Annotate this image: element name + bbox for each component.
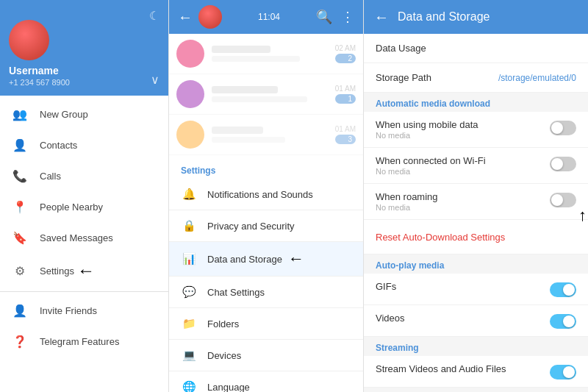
settings-section-title: Settings <box>169 160 363 179</box>
folder-icon: 📁 <box>181 316 197 332</box>
data-storage-content: Data Usage Storage Path /storage/emulate… <box>364 34 588 392</box>
header-time: 11:04 <box>222 12 316 22</box>
sidebar-item-new-group[interactable]: 👥 New Group <box>0 99 168 129</box>
toggle-knob <box>551 194 563 206</box>
menu-item-label: Privacy and Security <box>207 221 295 232</box>
bookmark-icon: 🔖 <box>12 229 28 246</box>
menu-item-notifications[interactable]: 🔔 Notifications and Sounds <box>169 179 363 210</box>
chat-meta: 02 AM 2 <box>335 44 356 63</box>
reset-label[interactable]: Reset Auto-Download Settings <box>376 232 505 243</box>
mobile-data-toggle[interactable] <box>550 121 576 135</box>
avatar <box>176 121 204 149</box>
gifs-toggle[interactable] <box>550 282 576 297</box>
back-icon[interactable]: ← <box>178 9 193 26</box>
sidebar-item-label: Settings <box>40 266 74 277</box>
data-storage-title: Data and Storage <box>398 10 490 24</box>
sidebar-item-label: Invite Friends <box>40 305 97 316</box>
toggle-knob <box>563 366 575 378</box>
chats-header-left: ← <box>178 5 222 29</box>
avatar <box>176 40 204 68</box>
menu-item-label: Language <box>207 382 250 393</box>
sidebar-item-calls[interactable]: 📞 Calls <box>0 160 168 191</box>
sidebar-item-label: Contacts <box>40 140 77 151</box>
avatar <box>9 20 49 60</box>
sidebar-item-contacts[interactable]: 👤 Contacts <box>0 129 168 160</box>
sidebar-nav: 👥 New Group 👤 Contacts 📞 Calls 📍 People … <box>0 96 168 392</box>
menu-item-label: Folders <box>207 318 239 329</box>
calls-icon: 📞 <box>12 168 28 184</box>
group-icon: 👥 <box>12 106 28 122</box>
videos-toggle[interactable] <box>550 314 576 329</box>
menu-item-devices[interactable]: 💻 Devices <box>169 340 363 371</box>
videos-content: Videos <box>376 313 550 324</box>
sidebar-item-invite-friends[interactable]: 👤 Invite Friends <box>0 295 168 326</box>
menu-item-label: Notifications and Sounds <box>207 189 313 200</box>
chat-list: 02 AM 2 01 AM 1 01 AM 3 <box>169 34 363 392</box>
chat-content <box>212 46 335 62</box>
search-icon[interactable]: 🔍 <box>316 9 332 25</box>
wifi-content: When connected on Wi-Fi No media <box>376 155 550 176</box>
roaming-arrow-indicator: ↑ <box>578 206 587 225</box>
back-button[interactable]: ← <box>374 9 389 26</box>
streaming-content: Stream Videos and Audio Files <box>376 363 550 374</box>
videos-row: Videos <box>364 305 588 337</box>
menu-item-label: Chat Settings <box>207 287 265 298</box>
streaming-row: Stream Videos and Audio Files <box>364 356 588 388</box>
menu-item-chat-settings[interactable]: 💬 Chat Settings <box>169 277 363 308</box>
sidebar-item-label: People Nearby <box>40 202 103 213</box>
settings-icon: ⚙ <box>12 263 28 279</box>
roaming-content: When roaming No media <box>376 191 550 212</box>
chat-icon: 💬 <box>181 284 197 300</box>
wifi-sub: No media <box>376 167 550 176</box>
toggle-knob <box>563 284 575 296</box>
menu-item-folders[interactable]: 📁 Folders <box>169 308 363 340</box>
list-item[interactable]: 01 AM 1 <box>169 74 363 115</box>
chevron-down-icon[interactable]: ∨ <box>151 73 159 87</box>
avatar <box>176 80 204 108</box>
data-usage-row[interactable]: Data Usage <box>364 34 588 63</box>
storage-icon: 📊 <box>181 251 197 267</box>
language-icon: 🌐 <box>181 379 197 392</box>
list-item[interactable]: 02 AM 2 <box>169 34 363 74</box>
sidebar-item-settings[interactable]: ⚙ Settings ← <box>0 253 168 288</box>
sidebar-item-people-nearby[interactable]: 📍 People Nearby <box>0 191 168 222</box>
storage-path-row[interactable]: Storage Path /storage/emulated/0 <box>364 63 588 93</box>
sidebar-item-label: Calls <box>40 171 61 182</box>
menu-item-data-storage[interactable]: 📊 Data and Storage ← <box>169 242 363 277</box>
more-icon[interactable]: ⋮ <box>341 9 354 25</box>
sidebar-item-telegram-features[interactable]: ❓ Telegram Features <box>0 326 168 357</box>
reset-row[interactable]: Reset Auto-Download Settings <box>364 220 588 254</box>
chat-content <box>212 126 335 143</box>
autoplay-header: Auto-play media <box>364 254 588 274</box>
menu-item-language[interactable]: 🌐 Language <box>169 371 363 392</box>
streaming-toggle[interactable] <box>550 365 576 379</box>
settings-arrow-indicator: ← <box>77 260 95 281</box>
sidebar-item-label: Telegram Features <box>40 336 119 347</box>
roaming-toggle[interactable] <box>550 193 576 207</box>
chat-name <box>212 46 270 53</box>
roaming-sub: No media <box>376 203 550 212</box>
chat-msg <box>212 96 307 102</box>
list-item[interactable]: 01 AM 3 <box>169 115 363 155</box>
sidebar-phone: +1 234 567 8900 <box>9 78 159 87</box>
roaming-row: When roaming No media ↑ <box>364 184 588 220</box>
chats-panel: ← 11:04 🔍 ⋮ 02 AM 2 <box>169 0 364 392</box>
data-storage-arrow: ← <box>288 249 304 268</box>
menu-item-label: Devices <box>207 350 241 361</box>
moon-icon: ☾ <box>149 9 159 23</box>
wifi-label: When connected on Wi-Fi <box>376 155 550 166</box>
menu-item-privacy[interactable]: 🔒 Privacy and Security <box>169 210 363 242</box>
sidebar-divider <box>0 291 168 292</box>
data-storage-panel: ← Data and Storage Data Usage Storage Pa… <box>364 0 588 392</box>
header-avatar <box>198 5 222 29</box>
wifi-toggle[interactable] <box>550 157 576 171</box>
storage-path-label: Storage Path <box>376 72 498 83</box>
toggle-knob <box>551 158 563 170</box>
menu-item-label: Data and Storage <box>207 254 282 265</box>
sidebar-item-label: New Group <box>40 109 88 120</box>
roaming-label: When roaming <box>376 191 550 202</box>
sidebar-item-label: Saved Messages <box>40 232 113 243</box>
contacts-icon: 👤 <box>12 137 28 153</box>
sidebar-item-saved-messages[interactable]: 🔖 Saved Messages <box>0 222 168 253</box>
streaming-header: Streaming <box>364 337 588 356</box>
